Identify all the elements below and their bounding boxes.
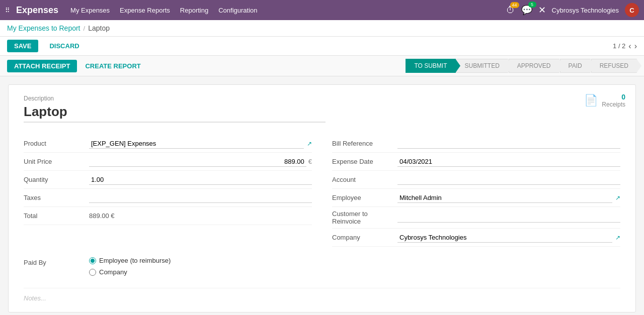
receipts-info: 0 Receipts bbox=[602, 93, 625, 108]
breadcrumb: My Expenses to Report / Laptop bbox=[0, 20, 644, 37]
account-row: Account bbox=[332, 171, 620, 189]
toolbar: SAVE DISCARD 1 / 2 ‹ › bbox=[0, 37, 644, 56]
receipts-label: Receipts bbox=[602, 101, 625, 108]
customer-reinvoice-value bbox=[397, 213, 620, 223]
company-select[interactable]: Cybrosys Technologies bbox=[397, 233, 612, 243]
nav-links: My Expenses Expense Reports Reporting Co… bbox=[70, 7, 506, 14]
alerts-badge: 44 bbox=[510, 2, 519, 8]
employee-value: Mitchell Admin ↗ bbox=[397, 193, 620, 203]
attach-receipt-button[interactable]: ATTACH RECEIPT bbox=[7, 60, 77, 72]
paid-by-company-option[interactable]: Company bbox=[89, 268, 171, 276]
nav-configuration[interactable]: Configuration bbox=[218, 7, 257, 14]
quantity-input[interactable] bbox=[89, 175, 312, 185]
currency-symbol: € bbox=[308, 158, 312, 165]
form-grid: Product [EXP_GEN] Expenses ↗ Unit Price bbox=[24, 135, 620, 247]
description-label: Description bbox=[24, 95, 620, 102]
account-select[interactable] bbox=[397, 175, 620, 185]
status-to-submit[interactable]: TO SUBMIT bbox=[406, 59, 455, 73]
customer-reinvoice-select[interactable] bbox=[397, 213, 620, 223]
nav-reporting[interactable]: Reporting bbox=[180, 7, 208, 14]
taxes-row: Taxes bbox=[24, 189, 312, 207]
app-title: Expenses bbox=[16, 5, 58, 16]
status-submitted[interactable]: SUBMITTED bbox=[456, 59, 508, 73]
pager-text: 1 / 2 bbox=[613, 42, 625, 50]
app-grid-icon[interactable]: ⠿ bbox=[5, 7, 10, 14]
notes-placeholder: Notes... bbox=[24, 294, 46, 302]
description-input[interactable] bbox=[24, 104, 326, 123]
pager-next[interactable]: › bbox=[634, 42, 637, 51]
quantity-value bbox=[89, 175, 312, 185]
paid-by-radio-group: Employee (to reimburse) Company bbox=[89, 257, 171, 276]
bill-ref-row: Bill Reference bbox=[332, 135, 620, 153]
breadcrumb-parent[interactable]: My Expenses to Report bbox=[7, 24, 80, 32]
status-refused[interactable]: REFUSED bbox=[591, 59, 637, 73]
company-name: Cybrosys Technologies bbox=[552, 7, 619, 14]
form-card: 📄 0 Receipts Description Product [EXP_GE… bbox=[8, 84, 636, 312]
taxes-value bbox=[89, 193, 312, 203]
receipts-count: 0 bbox=[602, 93, 625, 101]
company-label: Company bbox=[332, 234, 397, 241]
avatar[interactable]: C bbox=[625, 3, 639, 17]
employee-label: Employee bbox=[332, 194, 397, 201]
paid-by-employee-radio[interactable] bbox=[89, 257, 96, 264]
total-label: Total bbox=[24, 212, 89, 220]
form-left: Product [EXP_GEN] Expenses ↗ Unit Price bbox=[24, 135, 312, 247]
messages-badge: 5 bbox=[528, 2, 536, 8]
taxes-label: Taxes bbox=[24, 194, 89, 201]
employee-row: Employee Mitchell Admin ↗ bbox=[332, 189, 620, 207]
employee-select[interactable]: Mitchell Admin bbox=[397, 193, 612, 203]
messages-button[interactable]: 💬5 bbox=[521, 5, 532, 16]
status-pipeline: TO SUBMIT SUBMITTED APPROVED PAID REFUSE… bbox=[406, 59, 637, 73]
pager-prev[interactable]: ‹ bbox=[628, 42, 631, 51]
paid-by-employee-option[interactable]: Employee (to reimburse) bbox=[89, 257, 171, 264]
alerts-button[interactable]: ⏱44 bbox=[506, 5, 515, 16]
product-select[interactable]: [EXP_GEN] Expenses bbox=[89, 139, 304, 149]
status-paid[interactable]: PAID bbox=[560, 59, 591, 73]
create-report-button[interactable]: CREATE REPORT bbox=[81, 60, 144, 72]
account-value bbox=[397, 175, 620, 185]
company-value: Cybrosys Technologies ↗ bbox=[397, 233, 620, 243]
unit-price-input[interactable] bbox=[89, 157, 306, 167]
unit-price-label: Unit Price bbox=[24, 158, 89, 165]
top-nav: ⠿ Expenses My Expenses Expense Reports R… bbox=[0, 0, 644, 20]
save-button[interactable]: SAVE bbox=[7, 40, 38, 52]
nav-expense-reports[interactable]: Expense Reports bbox=[120, 7, 170, 14]
nav-right: ⏱44 💬5 ✕ Cybrosys Technologies C bbox=[506, 3, 639, 17]
action-bar: ATTACH RECEIPT CREATE REPORT TO SUBMIT S… bbox=[0, 56, 644, 76]
product-external-icon[interactable]: ↗ bbox=[307, 140, 312, 147]
employee-external-icon[interactable]: ↗ bbox=[615, 194, 620, 201]
company-external-icon[interactable]: ↗ bbox=[615, 234, 620, 241]
status-approved[interactable]: APPROVED bbox=[509, 59, 559, 73]
nav-my-expenses[interactable]: My Expenses bbox=[70, 7, 110, 14]
quantity-label: Quantity bbox=[24, 176, 89, 183]
customer-reinvoice-label: Customer to Reinvoice bbox=[332, 210, 397, 225]
expense-date-label: Expense Date bbox=[332, 158, 397, 165]
paid-by-company-radio[interactable] bbox=[89, 269, 96, 276]
taxes-select[interactable] bbox=[89, 193, 312, 203]
form-right: Bill Reference Expense Date 04/03/2021 A… bbox=[332, 135, 620, 247]
bill-ref-value bbox=[397, 139, 620, 149]
pager: 1 / 2 ‹ › bbox=[613, 42, 637, 51]
notes-area[interactable]: Notes... bbox=[24, 288, 620, 302]
receipts-area[interactable]: 📄 0 Receipts bbox=[584, 93, 625, 108]
paid-by-section: Paid By Employee (to reimburse) Company bbox=[24, 257, 620, 276]
product-label: Product bbox=[24, 140, 89, 147]
breadcrumb-current: Laptop bbox=[88, 24, 110, 32]
product-value: [EXP_GEN] Expenses ↗ bbox=[89, 139, 312, 149]
customer-reinvoice-row: Customer to Reinvoice bbox=[332, 207, 620, 229]
breadcrumb-separator: / bbox=[84, 25, 86, 32]
receipt-icon: 📄 bbox=[584, 94, 598, 107]
total-value: 889.00 € bbox=[89, 212, 312, 220]
expense-date-row: Expense Date 04/03/2021 bbox=[332, 153, 620, 171]
unit-price-row: Unit Price € bbox=[24, 153, 312, 171]
total-row: Total 889.00 € bbox=[24, 207, 312, 225]
discard-button[interactable]: DISCARD bbox=[42, 40, 86, 52]
paid-by-row: Paid By Employee (to reimburse) Company bbox=[24, 257, 620, 276]
expense-date-select[interactable]: 04/03/2021 bbox=[397, 157, 620, 167]
quantity-row: Quantity bbox=[24, 171, 312, 189]
settings-button[interactable]: ✕ bbox=[538, 5, 546, 16]
bill-ref-input[interactable] bbox=[397, 139, 620, 149]
bill-ref-label: Bill Reference bbox=[332, 140, 397, 147]
main-content: 📄 0 Receipts Description Product [EXP_GE… bbox=[0, 76, 644, 315]
unit-price-value: € bbox=[89, 157, 312, 167]
